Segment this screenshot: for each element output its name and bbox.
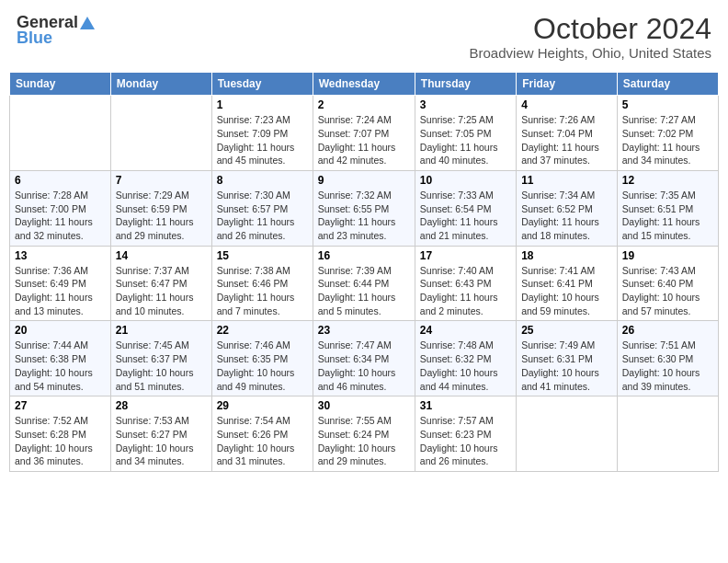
table-row: 3 Sunrise: 7:25 AMSunset: 7:05 PMDayligh… [415, 96, 516, 171]
day-number: 17 [420, 249, 511, 262]
day-number: 28 [116, 399, 207, 412]
day-number: 22 [217, 324, 308, 337]
day-info: Sunrise: 7:57 AMSunset: 6:23 PMDaylight:… [420, 414, 511, 468]
table-row: 15 Sunrise: 7:38 AMSunset: 6:46 PMDaylig… [211, 246, 313, 321]
day-number: 4 [521, 98, 612, 111]
day-number: 19 [622, 249, 713, 262]
table-row: 14 Sunrise: 7:37 AMSunset: 6:47 PMDaylig… [110, 246, 211, 321]
svg-marker-0 [80, 17, 95, 29]
day-number: 29 [217, 399, 308, 412]
table-row: 4 Sunrise: 7:26 AMSunset: 7:04 PMDayligh… [517, 96, 618, 171]
table-row [517, 396, 618, 472]
day-info: Sunrise: 7:25 AMSunset: 7:05 PMDaylight:… [420, 113, 511, 167]
table-row: 6 Sunrise: 7:28 AMSunset: 7:00 PMDayligh… [10, 170, 111, 246]
day-info: Sunrise: 7:46 AMSunset: 6:35 PMDaylight:… [217, 339, 308, 393]
day-info: Sunrise: 7:52 AMSunset: 6:28 PMDaylight:… [15, 414, 106, 468]
table-row [617, 396, 718, 472]
table-row: 31 Sunrise: 7:57 AMSunset: 6:23 PMDaylig… [415, 396, 516, 472]
table-row: 23 Sunrise: 7:47 AMSunset: 6:34 PMDaylig… [313, 321, 415, 396]
day-number: 24 [420, 324, 511, 337]
col-saturday: Saturday [617, 73, 718, 96]
calendar-header-row: Sunday Monday Tuesday Wednesday Thursday… [10, 73, 719, 96]
day-number: 21 [116, 324, 207, 337]
table-row: 26 Sunrise: 7:51 AMSunset: 6:30 PMDaylig… [617, 321, 718, 396]
day-number: 26 [622, 324, 713, 337]
table-row: 25 Sunrise: 7:49 AMSunset: 6:31 PMDaylig… [517, 321, 618, 396]
day-info: Sunrise: 7:30 AMSunset: 6:57 PMDaylight:… [217, 189, 308, 243]
day-number: 11 [521, 174, 612, 187]
day-info: Sunrise: 7:33 AMSunset: 6:54 PMDaylight:… [420, 189, 511, 243]
table-row: 24 Sunrise: 7:48 AMSunset: 6:32 PMDaylig… [415, 321, 516, 396]
table-row: 7 Sunrise: 7:29 AMSunset: 6:59 PMDayligh… [110, 170, 211, 246]
day-info: Sunrise: 7:34 AMSunset: 6:52 PMDaylight:… [521, 189, 612, 243]
table-row: 19 Sunrise: 7:43 AMSunset: 6:40 PMDaylig… [617, 246, 718, 321]
day-info: Sunrise: 7:28 AMSunset: 7:00 PMDaylight:… [15, 189, 106, 243]
day-info: Sunrise: 7:47 AMSunset: 6:34 PMDaylight:… [318, 339, 410, 393]
table-row: 16 Sunrise: 7:39 AMSunset: 6:44 PMDaylig… [313, 246, 415, 321]
table-row: 5 Sunrise: 7:27 AMSunset: 7:02 PMDayligh… [617, 96, 718, 171]
table-row [110, 96, 211, 171]
day-info: Sunrise: 7:41 AMSunset: 6:41 PMDaylight:… [521, 264, 612, 318]
day-number: 27 [15, 399, 106, 412]
day-number: 20 [15, 324, 106, 337]
day-info: Sunrise: 7:40 AMSunset: 6:43 PMDaylight:… [420, 264, 511, 318]
calendar-title-block: October 2024 Broadview Heights, Ohio, Un… [470, 13, 711, 61]
table-row: 11 Sunrise: 7:34 AMSunset: 6:52 PMDaylig… [517, 170, 618, 246]
day-info: Sunrise: 7:55 AMSunset: 6:24 PMDaylight:… [318, 414, 410, 468]
day-info: Sunrise: 7:27 AMSunset: 7:02 PMDaylight:… [622, 113, 713, 167]
table-row: 1 Sunrise: 7:23 AMSunset: 7:09 PMDayligh… [211, 96, 313, 171]
day-number: 2 [318, 98, 410, 111]
day-info: Sunrise: 7:39 AMSunset: 6:44 PMDaylight:… [318, 264, 410, 318]
table-row: 21 Sunrise: 7:45 AMSunset: 6:37 PMDaylig… [110, 321, 211, 396]
table-row: 27 Sunrise: 7:52 AMSunset: 6:28 PMDaylig… [10, 396, 111, 472]
day-info: Sunrise: 7:24 AMSunset: 7:07 PMDaylight:… [318, 113, 410, 167]
calendar-week-3: 13 Sunrise: 7:36 AMSunset: 6:49 PMDaylig… [10, 246, 719, 321]
table-row: 20 Sunrise: 7:44 AMSunset: 6:38 PMDaylig… [10, 321, 111, 396]
table-row: 17 Sunrise: 7:40 AMSunset: 6:43 PMDaylig… [415, 246, 516, 321]
day-info: Sunrise: 7:35 AMSunset: 6:51 PMDaylight:… [622, 189, 713, 243]
day-number: 10 [420, 174, 511, 187]
day-info: Sunrise: 7:53 AMSunset: 6:27 PMDaylight:… [116, 414, 207, 468]
day-info: Sunrise: 7:37 AMSunset: 6:47 PMDaylight:… [116, 264, 207, 318]
day-number: 25 [521, 324, 612, 337]
table-row: 22 Sunrise: 7:46 AMSunset: 6:35 PMDaylig… [211, 321, 313, 396]
day-number: 16 [318, 249, 410, 262]
table-row: 18 Sunrise: 7:41 AMSunset: 6:41 PMDaylig… [517, 246, 618, 321]
day-info: Sunrise: 7:48 AMSunset: 6:32 PMDaylight:… [420, 339, 511, 393]
day-number: 6 [15, 174, 106, 187]
calendar-location: Broadview Heights, Ohio, United States [470, 45, 711, 61]
day-number: 14 [116, 249, 207, 262]
calendar-week-2: 6 Sunrise: 7:28 AMSunset: 7:00 PMDayligh… [10, 170, 719, 246]
col-thursday: Thursday [415, 73, 516, 96]
day-info: Sunrise: 7:43 AMSunset: 6:40 PMDaylight:… [622, 264, 713, 318]
table-row: 30 Sunrise: 7:55 AMSunset: 6:24 PMDaylig… [313, 396, 415, 472]
day-number: 9 [318, 174, 410, 187]
day-number: 1 [217, 98, 308, 111]
table-row: 9 Sunrise: 7:32 AMSunset: 6:55 PMDayligh… [313, 170, 415, 246]
table-row: 28 Sunrise: 7:53 AMSunset: 6:27 PMDaylig… [110, 396, 211, 472]
day-number: 18 [521, 249, 612, 262]
day-number: 15 [217, 249, 308, 262]
table-row: 13 Sunrise: 7:36 AMSunset: 6:49 PMDaylig… [10, 246, 111, 321]
col-wednesday: Wednesday [313, 73, 415, 96]
day-info: Sunrise: 7:32 AMSunset: 6:55 PMDaylight:… [318, 189, 410, 243]
day-number: 3 [420, 98, 511, 111]
calendar-table: Sunday Monday Tuesday Wednesday Thursday… [9, 72, 719, 472]
day-number: 12 [622, 174, 713, 187]
table-row: 2 Sunrise: 7:24 AMSunset: 7:07 PMDayligh… [313, 96, 415, 171]
day-number: 23 [318, 324, 410, 337]
calendar-week-4: 20 Sunrise: 7:44 AMSunset: 6:38 PMDaylig… [10, 321, 719, 396]
logo-text-blue: Blue [17, 29, 52, 48]
table-row: 29 Sunrise: 7:54 AMSunset: 6:26 PMDaylig… [211, 396, 313, 472]
table-row: 12 Sunrise: 7:35 AMSunset: 6:51 PMDaylig… [617, 170, 718, 246]
day-info: Sunrise: 7:23 AMSunset: 7:09 PMDaylight:… [217, 113, 308, 167]
day-info: Sunrise: 7:49 AMSunset: 6:31 PMDaylight:… [521, 339, 612, 393]
day-info: Sunrise: 7:54 AMSunset: 6:26 PMDaylight:… [217, 414, 308, 468]
day-info: Sunrise: 7:29 AMSunset: 6:59 PMDaylight:… [116, 189, 207, 243]
table-row: 10 Sunrise: 7:33 AMSunset: 6:54 PMDaylig… [415, 170, 516, 246]
day-number: 30 [318, 399, 410, 412]
day-number: 8 [217, 174, 308, 187]
col-friday: Friday [517, 73, 618, 96]
table-row [10, 96, 111, 171]
col-sunday: Sunday [10, 73, 111, 96]
